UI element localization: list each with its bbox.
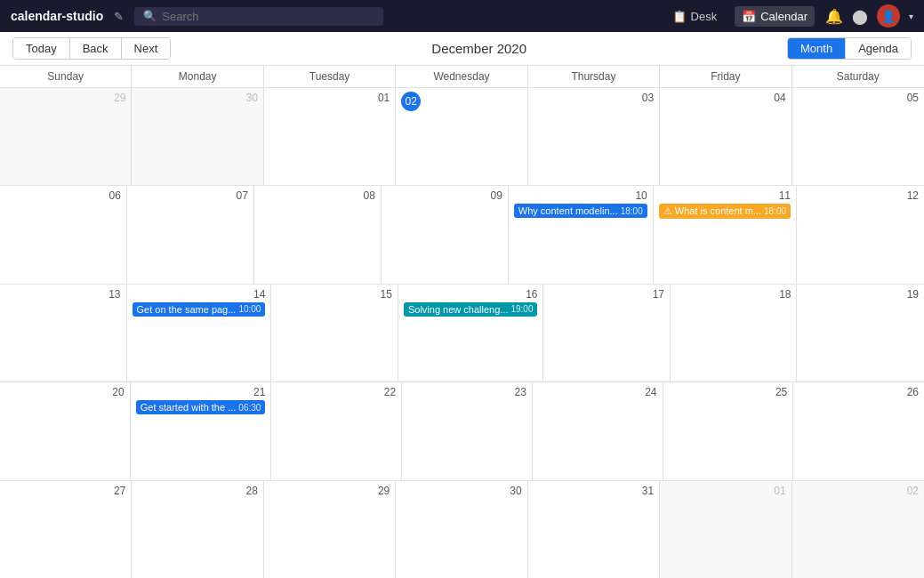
day-cell[interactable]: 19 xyxy=(797,285,924,381)
day-cell[interactable]: 29 xyxy=(0,88,132,185)
chevron-down-icon[interactable]: ▾ xyxy=(909,12,913,21)
day-cell[interactable]: 13 xyxy=(0,285,127,381)
calendar-nav[interactable]: 📅 Calendar xyxy=(735,6,815,27)
month-view-button[interactable]: Month xyxy=(788,38,846,59)
day-cell[interactable]: 02 xyxy=(396,88,527,185)
desk-nav[interactable]: 📋 Desk xyxy=(665,6,725,27)
calendar-event[interactable]: Why content modelin...18:00 xyxy=(514,204,647,218)
circle-icon[interactable]: ⬤ xyxy=(852,8,868,25)
day-number: 14 xyxy=(133,288,266,301)
agenda-view-button[interactable]: Agenda xyxy=(846,38,911,59)
day-cell[interactable]: 23 xyxy=(402,382,533,479)
day-cell[interactable]: 28 xyxy=(132,481,263,578)
day-cell[interactable]: 18 xyxy=(671,285,798,381)
day-header: Tuesday xyxy=(264,66,396,87)
event-label: Get started with the ... xyxy=(141,402,237,413)
nav-button-group: Today Back Next xyxy=(12,37,171,60)
day-cell[interactable]: 25 xyxy=(663,382,794,479)
day-number: 25 xyxy=(669,386,788,398)
next-button[interactable]: Next xyxy=(122,38,171,59)
day-cell[interactable]: 14Get on the same pag...10:00 xyxy=(127,285,272,381)
day-cell[interactable]: 06 xyxy=(0,186,127,283)
day-cell[interactable]: 30 xyxy=(132,88,263,185)
week-row: 27282930310102 xyxy=(0,481,924,578)
notifications-icon[interactable]: 🔔 xyxy=(825,8,843,25)
day-cell[interactable]: 26 xyxy=(793,382,924,479)
day-number: 03 xyxy=(534,92,654,104)
day-number: 12 xyxy=(802,189,919,202)
desk-label: Desk xyxy=(691,10,718,23)
day-cell[interactable]: 21Get started with the ...06:30 xyxy=(131,382,272,479)
day-number: 21 xyxy=(136,386,266,398)
back-button[interactable]: Back xyxy=(70,38,122,59)
day-number: 02 xyxy=(798,485,919,497)
day-number: 16 xyxy=(404,288,538,301)
day-number: 26 xyxy=(799,386,919,398)
day-cell[interactable]: 04 xyxy=(660,88,791,185)
calendar-label: Calendar xyxy=(760,10,807,23)
day-cell[interactable]: 01 xyxy=(660,481,791,578)
day-cell[interactable]: 20 xyxy=(0,382,131,479)
day-cell[interactable]: 09 xyxy=(382,186,509,283)
day-number: 10 xyxy=(514,189,647,202)
week-row: 29300102030405 xyxy=(0,88,924,186)
day-header: Monday xyxy=(132,66,263,87)
day-number: 30 xyxy=(137,92,257,104)
day-cell[interactable]: 16Solving new challeng...19:00 xyxy=(398,285,544,381)
topbar-icons: 🔔 ⬤ 👤 ▾ xyxy=(825,4,913,28)
day-cell[interactable]: 10Why content modelin...18:00 xyxy=(509,186,654,283)
day-number: 02 xyxy=(401,92,421,111)
week-row: 2021Get started with the ...06:302223242… xyxy=(0,382,924,480)
day-cell[interactable]: 17 xyxy=(543,285,671,381)
day-number: 24 xyxy=(538,386,657,398)
desk-icon: 📋 xyxy=(672,10,687,23)
day-number: 01 xyxy=(269,92,390,104)
day-number: 09 xyxy=(387,189,502,202)
day-cell[interactable]: 30 xyxy=(396,481,527,578)
day-number: 01 xyxy=(665,485,785,497)
day-number: 15 xyxy=(277,288,392,301)
day-header: Wednesday xyxy=(396,66,527,87)
day-cell[interactable]: 12 xyxy=(797,186,924,283)
topbar: calendar-studio ✎ 🔍 📋 Desk 📅 Calendar 🔔 … xyxy=(0,0,924,32)
day-number: 04 xyxy=(665,92,785,104)
day-number: 28 xyxy=(137,485,257,497)
edit-icon[interactable]: ✎ xyxy=(114,10,124,23)
event-time: 10:00 xyxy=(238,304,261,314)
calendar-event[interactable]: Get started with the ...06:30 xyxy=(136,400,266,414)
day-cell[interactable]: 05 xyxy=(792,88,924,185)
day-cell[interactable]: 11⚠ What is content m...18:00 xyxy=(654,186,797,283)
calendar-event[interactable]: Solving new challeng...19:00 xyxy=(404,302,538,317)
day-number: 07 xyxy=(133,189,248,202)
day-number: 23 xyxy=(407,386,526,398)
day-number: 17 xyxy=(549,288,664,301)
calendar-icon: 📅 xyxy=(742,10,756,23)
today-button[interactable]: Today xyxy=(13,38,70,59)
day-cell[interactable]: 08 xyxy=(254,186,382,283)
day-cell[interactable]: 24 xyxy=(533,382,663,479)
day-cell[interactable]: 01 xyxy=(264,88,396,185)
calendar-event[interactable]: Get on the same pag...10:00 xyxy=(133,302,266,317)
day-number: 08 xyxy=(260,189,375,202)
event-label: Why content modelin... xyxy=(518,205,618,216)
day-cell[interactable]: 31 xyxy=(528,481,660,578)
calendar-event[interactable]: ⚠ What is content m...18:00 xyxy=(659,204,791,219)
day-number: 05 xyxy=(798,92,919,104)
day-number: 30 xyxy=(401,485,521,497)
search-icon: 🔍 xyxy=(143,10,157,22)
day-cell[interactable]: 03 xyxy=(528,88,660,185)
day-cell[interactable]: 22 xyxy=(271,382,402,479)
search-bar[interactable]: 🔍 xyxy=(134,7,383,26)
avatar[interactable]: 👤 xyxy=(877,4,900,28)
day-cell[interactable]: 15 xyxy=(271,285,398,381)
day-cell[interactable]: 27 xyxy=(0,481,132,578)
avatar-placeholder: 👤 xyxy=(881,10,896,23)
day-cell[interactable]: 07 xyxy=(127,186,254,283)
day-cell[interactable]: 29 xyxy=(264,481,396,578)
day-number: 22 xyxy=(277,386,396,398)
day-number: 31 xyxy=(534,485,654,497)
search-input[interactable] xyxy=(162,10,374,23)
day-cell[interactable]: 02 xyxy=(792,481,924,578)
view-button-group: Month Agenda xyxy=(787,37,912,60)
day-headers: SundayMondayTuesdayWednesdayThursdayFrid… xyxy=(0,66,924,88)
